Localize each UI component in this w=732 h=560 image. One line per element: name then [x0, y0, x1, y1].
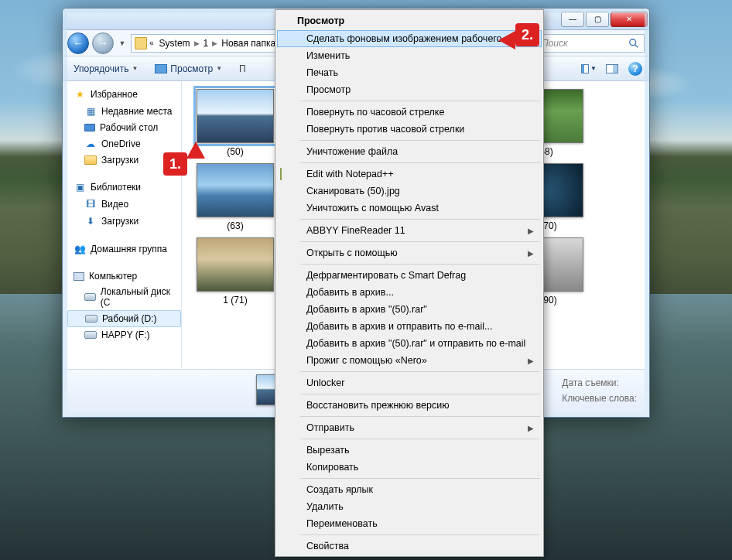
drive-icon [85, 315, 97, 323]
context-menu-separator [300, 478, 540, 479]
context-menu-item[interactable]: Повернуть по часовой стрелке [277, 104, 542, 121]
libraries-header[interactable]: ▣Библиотеки [67, 179, 181, 196]
sidebar-item-recent[interactable]: ▦Недавние места [67, 103, 181, 120]
view-options-button[interactable]: ▼ [581, 61, 597, 77]
chevron-down-icon: ▼ [132, 65, 138, 72]
context-menu-item[interactable]: ABBYY FineReader 11▶ [277, 222, 542, 239]
context-menu-item[interactable]: Прожиг с помощью «Nero»▶ [277, 352, 542, 369]
forward-button[interactable]: → [92, 32, 114, 54]
layout-icon [581, 64, 589, 73]
context-menu-item-label: Дефрагментировать с Smart Defrag [306, 270, 466, 281]
context-menu-item[interactable]: Печать [277, 64, 542, 81]
context-menu-title: Просмотр [277, 12, 542, 30]
sidebar-item-drive-d[interactable]: Рабочий (D:) [67, 310, 181, 327]
navigation-pane: ★Избранное ▦Недавние места Рабочий стол … [67, 81, 182, 367]
back-icon: ← [74, 37, 84, 49]
context-menu-item-label: Unlocker [306, 377, 344, 388]
minimize-button[interactable]: — [561, 12, 584, 27]
drive-icon [84, 331, 97, 339]
breadcrumb-segment[interactable]: System [156, 38, 193, 49]
sidebar-item-video[interactable]: 🎞Видео [67, 196, 181, 213]
context-menu-item[interactable]: Переименовать [277, 515, 542, 532]
thumbnail-image [197, 163, 274, 217]
context-menu-item[interactable]: Уничтожение файла [277, 143, 542, 160]
notepad-icon [280, 168, 282, 180]
context-menu-item[interactable]: Копировать [277, 459, 542, 476]
context-menu-item[interactable]: Повернуть против часовой стрелки [277, 121, 542, 138]
context-menu-item-label: Повернуть против часовой стрелки [306, 124, 464, 135]
context-menu-item[interactable]: Сканировать (50).jpg [277, 183, 542, 200]
context-menu-item[interactable]: Свойства [277, 538, 542, 555]
context-menu-item[interactable]: Добавить в архив и отправить по e-mail..… [277, 318, 542, 335]
libraries-icon: ▣ [74, 181, 86, 193]
search-icon [628, 38, 639, 49]
context-menu-separator [300, 140, 540, 141]
file-thumbnail[interactable]: 1 (71) [186, 237, 284, 306]
svg-point-0 [630, 39, 636, 45]
sidebar-item-desktop[interactable]: Рабочий стол [67, 120, 181, 135]
context-menu-item-label: Просмотр [306, 84, 351, 95]
help-button[interactable]: ? [628, 61, 643, 77]
context-menu-separator [300, 101, 540, 101]
maximize-button[interactable]: ▢ [586, 12, 609, 27]
breadcrumb-segment[interactable]: 1 [200, 38, 212, 49]
context-menu-item[interactable]: Вырезать [277, 442, 542, 459]
context-menu-item-label: Добавить в архив... [306, 287, 394, 298]
sidebar-item-onedrive[interactable]: ☁OneDrive [67, 135, 181, 152]
preview-button[interactable]: Просмотр▼ [150, 61, 227, 77]
context-menu-separator [300, 534, 540, 535]
context-menu-item-label: Переименовать [306, 518, 378, 529]
context-menu-item[interactable]: Edit with Notepad++ [277, 166, 542, 183]
context-menu-item[interactable]: Создать ярлык [277, 481, 542, 498]
submenu-arrow-icon: ▶ [528, 424, 534, 432]
context-menu-separator [300, 394, 540, 394]
star-icon: ★ [74, 88, 86, 101]
context-menu-item-label: Добавить в архив "(50).rar" [306, 304, 427, 315]
forward-icon: → [98, 37, 108, 49]
context-menu-item-label: Изменить [306, 50, 350, 61]
drive-icon [84, 293, 96, 301]
chevron-down-icon: ▼ [216, 65, 222, 72]
context-menu-item[interactable]: Восстановить прежнюю версию [277, 397, 542, 414]
sidebar-item-drive-f[interactable]: HAPPY (F:) [67, 327, 181, 343]
organize-button[interactable]: Упорядочить▼ [69, 61, 142, 77]
nav-history-dropdown[interactable]: ▼ [117, 39, 128, 47]
context-menu-item[interactable]: Удалить [277, 498, 542, 515]
context-menu-item-label: Edit with Notepad++ [306, 169, 394, 179]
chevron-down-icon: ▼ [590, 65, 597, 72]
details-pane-toggle[interactable] [604, 61, 620, 77]
back-button[interactable]: ← [67, 32, 89, 54]
search-placeholder: Поиск [542, 38, 568, 49]
context-menu-item[interactable]: Отправить▶ [277, 419, 542, 436]
context-menu-item[interactable]: Unlocker [277, 374, 542, 391]
context-menu-item[interactable]: Добавить в архив "(50).rar" и отправить … [277, 335, 542, 352]
context-menu-item-label: Добавить в архив и отправить по e-mail..… [306, 321, 492, 332]
search-input[interactable]: Поиск [536, 34, 645, 53]
favorites-header[interactable]: ★Избранное [67, 86, 181, 103]
context-menu-item[interactable]: Изменить [277, 47, 542, 64]
breadcrumb-segment[interactable]: Новая папка [218, 38, 279, 49]
context-menu-item[interactable]: Уничтожить с помощью Avast [277, 200, 542, 217]
context-menu-item[interactable]: Добавить в архив "(50).rar" [277, 301, 542, 318]
context-menu-item[interactable]: Дефрагментировать с Smart Defrag [277, 267, 542, 284]
pane-icon [606, 64, 618, 73]
close-icon: ✕ [626, 15, 632, 23]
context-menu-item[interactable]: Просмотр [277, 81, 542, 98]
file-thumbnail[interactable]: (63) [186, 163, 284, 231]
close-button[interactable]: ✕ [611, 12, 648, 27]
recent-icon: ▦ [84, 105, 97, 118]
desktop-icon [84, 124, 95, 131]
context-menu: Просмотр Сделать фоновым изображением ра… [275, 9, 544, 557]
thumbnail-image [197, 237, 274, 292]
homegroup-header[interactable]: 👥Домашняя группа [67, 241, 181, 258]
toolbar-more[interactable]: П [234, 61, 251, 77]
sidebar-item-drive-c[interactable]: Локальный диск (C [67, 284, 181, 310]
context-menu-item-label: Прожиг с помощью «Nero» [306, 355, 427, 366]
context-menu-item[interactable]: Добавить в архив... [277, 284, 542, 301]
context-menu-item[interactable]: Открыть с помощью▶ [277, 244, 542, 261]
context-menu-item-label: Сделать фоновым изображением рабочего ст… [306, 33, 530, 44]
sidebar-item-downloads-lib[interactable]: ⬇Загрузки [67, 213, 181, 230]
context-menu-item-label: Вырезать [306, 445, 350, 456]
details-keywords-label: Ключевые слова: [562, 393, 637, 404]
computer-header[interactable]: Компьютер [67, 268, 181, 284]
